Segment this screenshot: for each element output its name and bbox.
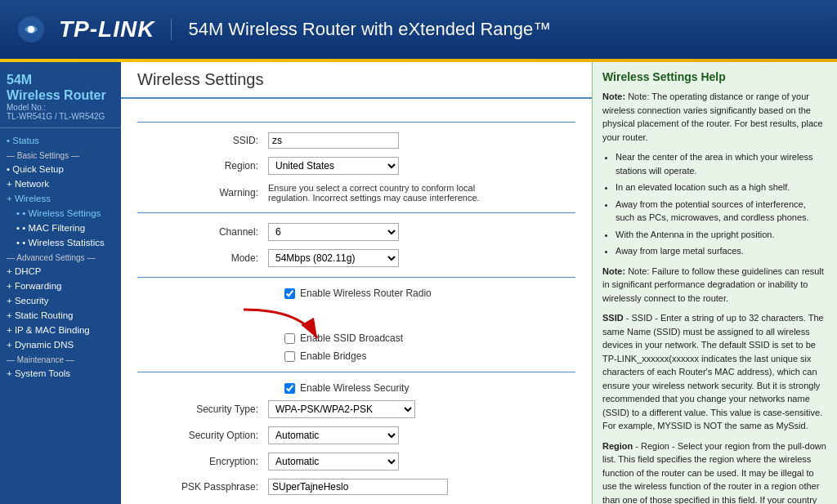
page-title: Wireless Settings	[137, 70, 575, 89]
security-option-control: Automatic	[268, 426, 575, 444]
security-type-row: Security Type: WPA-PSK/WPA2-PSK	[137, 400, 575, 418]
security-option-label: Security Option:	[137, 430, 268, 441]
help-bullet-3: Away from the potential sources of inter…	[615, 198, 827, 225]
region-select[interactable]: United States	[268, 157, 399, 175]
header-title: 54M Wireless Router with eXtended Range™	[171, 19, 551, 40]
help-bullet-5: Away from large metal surfaces.	[615, 244, 827, 258]
help-ssid: SSID - SSID - Enter a string of up to 32…	[602, 311, 827, 433]
sidebar-section-advanced: — Advanced Settings —	[0, 250, 121, 264]
content-area: Wireless Settings SSID: Region: Unit	[121, 62, 837, 504]
region-label: Region:	[137, 160, 268, 172]
encryption-select[interactable]: Automatic	[268, 453, 399, 471]
enable-security-label: Enable Wireless Security	[300, 382, 409, 394]
warning-text: Ensure you select a correct country to c…	[268, 183, 481, 203]
sidebar-item-forwarding[interactable]: Forwarding	[0, 279, 121, 293]
warning-control: Ensure you select a correct country to c…	[268, 183, 575, 203]
help-note2: Note: Note: Failure to follow these guid…	[602, 265, 827, 306]
ssid-input[interactable]	[268, 132, 399, 149]
psk-control	[268, 479, 575, 495]
warning-label: Warning:	[137, 187, 268, 198]
sidebar-item-status[interactable]: Status	[0, 133, 121, 148]
psk-input[interactable]	[268, 479, 448, 495]
security-type-label: Security Type:	[137, 404, 268, 415]
security-option-select[interactable]: Automatic	[268, 426, 399, 444]
sidebar-model-info: 54MWireless Router Model No.: TL-WR541G …	[0, 69, 121, 128]
sidebar-item-wireless-stats[interactable]: • Wireless Statistics	[0, 235, 121, 250]
enable-security-row: Enable Wireless Security	[137, 382, 575, 394]
encryption-row: Encryption: Automatic	[137, 453, 575, 471]
svg-point-1	[28, 26, 34, 33]
channel-control: 6	[268, 223, 575, 241]
help-bullet-1: Near the center of the area in which you…	[615, 150, 827, 177]
page-title-bar: Wireless Settings	[121, 62, 592, 99]
sidebar-item-network[interactable]: Network	[0, 176, 121, 191]
sidebar-section-basic: — Basic Settings —	[0, 148, 121, 162]
sidebar-model-title: 54MWireless Router	[7, 72, 114, 103]
enable-bridges-checkbox[interactable]	[284, 351, 295, 362]
sidebar-item-quicksetup[interactable]: Quick Setup	[0, 162, 121, 176]
help-region: Region - Region - Select your region fro…	[602, 439, 827, 505]
ssid-label: SSID:	[137, 135, 268, 146]
help-bullet-4: With the Antenna in the upright position…	[615, 228, 827, 242]
logo-text: TP-LINK	[59, 16, 154, 42]
region-row: Region: United States	[137, 157, 575, 175]
tplink-logo-icon	[16, 15, 46, 44]
sidebar-item-static-routing[interactable]: Static Routing	[0, 308, 121, 323]
arrow-container	[235, 306, 575, 347]
channel-label: Channel:	[137, 226, 268, 238]
security-type-control: WPA-PSK/WPA2-PSK	[268, 400, 575, 418]
security-option-row: Security Option: Automatic	[137, 426, 575, 444]
form-divider-top	[137, 122, 575, 123]
form-area: SSID: Region: United States	[121, 99, 592, 504]
help-content: Note: Note: The operating distance or ra…	[602, 90, 827, 504]
sidebar-item-system-tools[interactable]: System Tools	[0, 366, 121, 381]
mode-control: 54Mbps (802.11g)	[268, 249, 575, 267]
sidebar-item-wireless-settings[interactable]: • Wireless Settings	[0, 206, 121, 221]
ssid-control	[268, 132, 575, 149]
logo-area: TP-LINK	[16, 15, 154, 44]
sidebar-item-wireless[interactable]: Wireless	[0, 191, 121, 206]
enable-radio-label: Enable Wireless Router Radio	[300, 288, 432, 299]
main-layout: 54MWireless Router Model No.: TL-WR541G …	[0, 62, 837, 504]
psk-label: PSK Passphrase:	[137, 481, 268, 493]
channel-row: Channel: 6	[137, 223, 575, 241]
region-control: United States	[268, 157, 575, 175]
encryption-control: Automatic	[268, 453, 575, 471]
sidebar-section-maintenance: — Maintenance —	[0, 352, 121, 366]
encryption-label: Encryption:	[137, 456, 268, 467]
sidebar-item-security[interactable]: Security	[0, 293, 121, 308]
enable-bridges-label: Enable Bridges	[300, 350, 366, 362]
ssid-row: SSID:	[137, 132, 575, 149]
help-bullets: Near the center of the area in which you…	[615, 150, 827, 258]
form-divider-4	[137, 372, 575, 372]
help-note1: Note: Note: The operating distance or ra…	[602, 90, 827, 144]
form-divider-3	[137, 277, 575, 278]
form-divider-2	[137, 212, 575, 213]
help-bullet-2: In an elevated location such as a high s…	[615, 181, 827, 194]
mode-row: Mode: 54Mbps (802.11g)	[137, 249, 575, 267]
enable-radio-checkbox[interactable]	[284, 288, 295, 299]
header: TP-LINK 54M Wireless Router with eXtende…	[0, 0, 837, 59]
security-type-select[interactable]: WPA-PSK/WPA2-PSK	[268, 400, 415, 418]
sidebar-item-dhcp[interactable]: DHCP	[0, 264, 121, 279]
sidebar-model-label: Model No.:	[7, 103, 114, 112]
warning-row: Warning: Ensure you select a correct cou…	[137, 183, 575, 203]
sidebar-item-mac-filtering[interactable]: • MAC Filtering	[0, 221, 121, 235]
psk-row: PSK Passphrase:	[137, 479, 575, 495]
help-panel: Wireless Settings Help Note: Note: The o…	[592, 62, 837, 504]
red-arrow-icon	[235, 306, 342, 345]
channel-select[interactable]: 6	[268, 223, 399, 241]
mode-label: Mode:	[137, 252, 268, 264]
enable-bridges-row: Enable Bridges	[137, 350, 575, 362]
enable-security-checkbox[interactable]	[284, 383, 295, 394]
sidebar: 54MWireless Router Model No.: TL-WR541G …	[0, 62, 121, 504]
mode-select[interactable]: 54Mbps (802.11g)	[268, 249, 399, 267]
help-title: Wireless Settings Help	[602, 70, 827, 83]
sidebar-item-dynamic-dns[interactable]: Dynamic DNS	[0, 337, 121, 352]
enable-radio-row: Enable Wireless Router Radio	[137, 288, 575, 299]
sidebar-model-num: TL-WR541G / TL-WR542G	[7, 112, 114, 121]
main-content: Wireless Settings SSID: Region: Unit	[121, 62, 592, 504]
sidebar-item-ip-mac[interactable]: IP & MAC Binding	[0, 323, 121, 337]
